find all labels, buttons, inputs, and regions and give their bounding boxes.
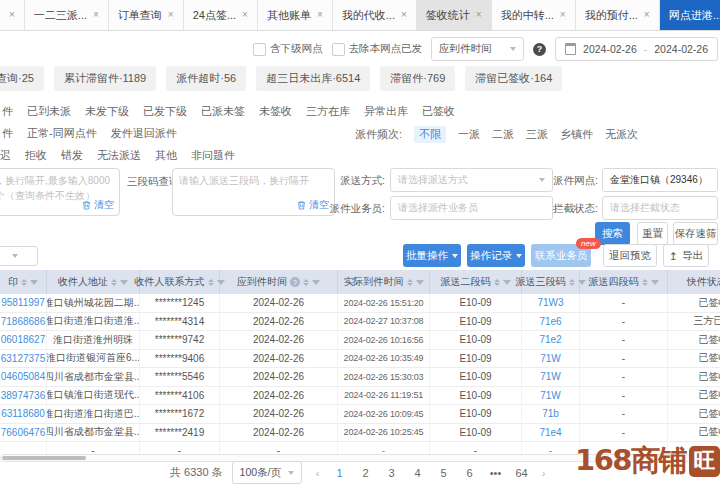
close-icon[interactable]: ×	[9, 10, 15, 20]
close-icon[interactable]: ×	[476, 10, 482, 20]
frequency-option[interactable]: 不限	[414, 126, 446, 143]
tab-item[interactable]: 签收统计×	[417, 0, 492, 30]
sort-icon[interactable]	[569, 279, 575, 286]
filter-link[interactable]: 已到未派	[27, 104, 71, 119]
reset-button[interactable]: 重置	[637, 222, 668, 245]
filter-funnel-icon[interactable]	[651, 280, 659, 285]
checkbox-icon[interactable]	[332, 43, 345, 56]
tab-item[interactable]: 网点进港...×	[660, 0, 720, 30]
return-preview-button[interactable]: 退回预览	[603, 244, 657, 267]
close-icon[interactable]: ×	[317, 10, 323, 20]
column-header[interactable]: 印	[0, 270, 47, 294]
segment3-cell[interactable]: 71W3	[522, 294, 580, 312]
column-header[interactable]: 收件人联系方式	[140, 270, 220, 294]
filter-link[interactable]: 拒收	[25, 148, 47, 163]
page-number[interactable]: •••	[489, 467, 502, 479]
tab-item[interactable]: 我的中转...×	[492, 0, 576, 30]
filter-funnel-icon[interactable]	[503, 280, 511, 285]
export-button[interactable]: ↥ 导出	[663, 244, 709, 267]
close-icon[interactable]: ×	[644, 10, 650, 20]
column-header[interactable]: 派送三段码	[522, 270, 580, 294]
page-number[interactable]: 64	[515, 467, 528, 479]
stat-pill[interactable]: 累计滞留件·1189	[54, 66, 156, 91]
filter-link[interactable]: 无法派送	[97, 148, 141, 163]
filter-link[interactable]: 发件退回派件	[111, 126, 177, 141]
tab-item[interactable]: 一二三派...×	[25, 0, 109, 30]
network-input[interactable]: 金堂淮口镇（29346）	[602, 168, 718, 192]
column-header[interactable]: 实际到件时间	[338, 270, 430, 294]
frequency-option[interactable]: 二派	[492, 127, 514, 142]
date-from[interactable]: 2024-02-26	[583, 43, 637, 55]
waybill-cell[interactable]: 63127375	[0, 350, 47, 368]
batch-operation-button[interactable]: 批量操作	[403, 244, 461, 267]
stat-pill[interactable]: 滞留已签收·164	[465, 66, 562, 91]
waybill-cell[interactable]: 06018627	[0, 331, 47, 349]
stat-pill[interactable]: 派件超时·56	[166, 66, 246, 91]
page-number[interactable]: 5	[437, 467, 450, 479]
tab-item[interactable]: 其他账单×	[258, 0, 333, 30]
checkbox-include-sub-network[interactable]: 含下级网点	[253, 42, 323, 56]
filter-link[interactable]: 已发下级	[143, 104, 187, 119]
filter-link[interactable]: 已签收	[422, 104, 455, 119]
waybill-cell[interactable]: 38974736	[0, 387, 47, 405]
sort-icon[interactable]	[21, 279, 27, 286]
waybill-cell[interactable]: 71868686	[0, 313, 47, 331]
filter-funnel-icon[interactable]	[312, 280, 320, 285]
stat-pill[interactable]: 查询·25	[0, 66, 44, 91]
tab-item[interactable]: ×	[0, 0, 25, 30]
date-range-picker[interactable]: 2024-02-26 - 2024-02-26	[555, 37, 718, 61]
close-icon[interactable]: ×	[401, 10, 407, 20]
sort-icon[interactable]	[208, 279, 214, 286]
next-page-button[interactable]: ›	[537, 467, 550, 479]
checkbox-exclude-sent[interactable]: 去除本网点已发	[332, 42, 423, 56]
clear-waybill-button[interactable]: 清空	[82, 197, 114, 212]
column-header[interactable]: 派送二段码	[430, 270, 522, 294]
page-number[interactable]: 6	[463, 467, 476, 479]
save-filter-button[interactable]: 保存速筛	[673, 222, 718, 245]
sort-icon[interactable]	[407, 279, 413, 286]
filter-link[interactable]: 异常出库	[364, 104, 408, 119]
checkbox-icon[interactable]	[253, 43, 266, 56]
operation-record-button[interactable]: 操作记录	[467, 244, 525, 267]
frequency-option[interactable]: 乡镇件	[560, 127, 593, 142]
filter-link[interactable]: 错发	[61, 148, 83, 163]
stat-pill[interactable]: 滞留件·769	[380, 66, 455, 91]
page-number[interactable]: 4	[411, 467, 424, 479]
waybill-cell[interactable]: 63118680	[0, 405, 47, 423]
filter-funnel-icon[interactable]	[120, 280, 128, 285]
courier-select[interactable]: 请选择派件业务员	[390, 196, 553, 220]
close-icon[interactable]: ×	[560, 10, 566, 20]
date-to[interactable]: 2024-02-26	[654, 43, 708, 55]
segment3-cell[interactable]: 71W	[522, 387, 580, 405]
waybill-cell[interactable]: 76606476	[0, 424, 47, 442]
expand-button[interactable]	[0, 246, 38, 266]
stat-pill[interactable]: 超三日未出库·6514	[256, 66, 370, 91]
intercept-select[interactable]: 请选择拦截状态	[602, 196, 718, 220]
filter-link[interactable]: 未签收	[259, 104, 292, 119]
frequency-option[interactable]: 无派次	[605, 127, 638, 142]
filter-link[interactable]: 迟	[0, 148, 11, 163]
segment3-cell[interactable]: 71b	[522, 405, 580, 423]
filter-link[interactable]: 其他	[155, 148, 177, 163]
waybill-textarea[interactable]: ，换行隔开,最多输入8000个（查询条件不生效） 清空	[0, 168, 120, 216]
column-header[interactable]: 收件人地址	[47, 270, 140, 294]
close-icon[interactable]: ×	[93, 10, 99, 20]
frequency-option[interactable]: 一派	[458, 127, 480, 142]
sort-icon[interactable]	[303, 279, 309, 286]
column-header[interactable]: 快件状态?	[668, 270, 720, 294]
tab-item[interactable]: 我的代收...×	[333, 0, 417, 30]
time-type-select[interactable]: 应到件时间	[431, 37, 524, 61]
column-header[interactable]: 应到件时间?	[220, 270, 338, 294]
filter-link[interactable]: 非问题件	[191, 148, 235, 163]
tab-item[interactable]: 24点签...×	[184, 0, 258, 30]
waybill-cell[interactable]: 95811997	[0, 294, 47, 312]
filter-funnel-icon[interactable]	[416, 280, 424, 285]
column-header[interactable]: 派送四段码	[580, 270, 668, 294]
filter-link[interactable]: 已派未签	[201, 104, 245, 119]
frequency-option[interactable]: 三派	[526, 127, 548, 142]
segment-textarea[interactable]: 请输入派送三段码，换行隔开 清空	[172, 168, 335, 216]
scrollbar-thumb[interactable]	[2, 456, 86, 460]
segment3-cell[interactable]: 71W	[522, 368, 580, 386]
filter-funnel-icon[interactable]	[30, 280, 38, 285]
tab-item[interactable]: 订单查询×	[109, 0, 184, 30]
